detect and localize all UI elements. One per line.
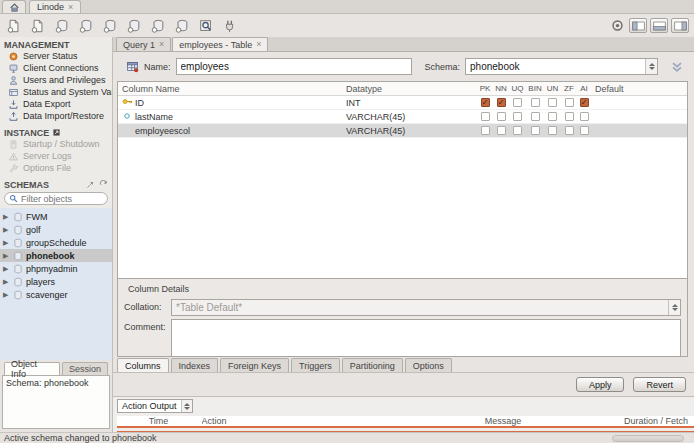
instance-items: Startup / ShutdownServer LogsOptions Fil… [0,138,112,174]
column-name: employeescol [135,126,190,136]
schema-tree-item-scavenger[interactable]: ▶scavenger [0,288,112,301]
sidebar-item-users-and-privileges[interactable]: Users and Privileges [0,74,112,86]
status-indicator-button[interactable] [608,17,626,34]
sidebar-item-server-status[interactable]: Server Status [0,50,112,62]
close-icon[interactable]: × [68,3,73,12]
comment-textarea[interactable] [171,319,681,357]
create-function-icon [175,19,189,33]
columns-grid-header: Column NameDatatypePKNNUQBINUNZFAIDefaul… [118,82,687,96]
sidebar-item-status-and-system-variables[interactable]: Status and System Variables [0,86,112,98]
collation-combo[interactable]: *Table Default* [171,299,681,316]
create-procedure-button[interactable] [149,17,167,34]
open-sql-script-button[interactable] [29,17,47,34]
flag-checkbox-uq[interactable] [513,98,522,107]
close-icon[interactable]: × [159,40,164,49]
schema-tree-item-groupschedule[interactable]: ▶groupSchedule [0,236,112,249]
flag-checkbox-bin[interactable] [531,126,540,135]
expander-icon[interactable]: ▶ [3,252,10,260]
columns-grid-empty-area[interactable] [118,138,687,278]
tab-foreign-keys[interactable]: Foreign Keys [220,358,289,372]
sidebar-item-data-import-restore[interactable]: Data Import/Restore [0,110,112,122]
spinner-icon [181,400,192,412]
output-selector-combo[interactable]: Action Output [117,399,193,413]
migration-wizard-button[interactable] [221,17,239,34]
flag-checkbox-un[interactable] [548,112,557,121]
flag-checkbox-un[interactable] [548,126,557,135]
flag-checkbox-pk[interactable] [481,112,490,121]
expander-icon[interactable]: ▶ [3,213,10,221]
flag-checkbox-un[interactable] [548,98,557,107]
column-row-id[interactable]: IDINT✓✓✓ [118,96,687,110]
tab-object-info[interactable]: Object Info [4,362,60,375]
create-view-button[interactable] [125,17,143,34]
table-name-input[interactable] [176,58,412,75]
grid-header-uq: UQ [509,84,526,93]
schema-tree-item-phonebook[interactable]: ▶phonebook [0,249,112,262]
tab-columns[interactable]: Columns [117,358,169,372]
sidebar-item-client-connections[interactable]: Client Connections [0,62,112,74]
collapse-header-chevrons-icon[interactable] [669,60,685,74]
schema-tree-item-phpmyadmin[interactable]: ▶phpmyadmin [0,262,112,275]
toggle-bottom-panel-button[interactable] [650,18,668,33]
new-query-tab-button[interactable] [5,17,23,34]
name-label: Name: [144,62,171,72]
toggle-right-panel-button[interactable] [671,18,689,33]
expander-icon[interactable]: ▶ [3,226,10,234]
flag-checkbox-pk[interactable]: ✓ [481,98,490,107]
flag-checkbox-uq[interactable] [513,126,522,135]
create-function-button[interactable] [173,17,191,34]
home-tab[interactable] [2,0,26,13]
connect-database-button[interactable] [77,17,95,34]
editor-tab-query-1[interactable]: Query 1× [116,37,171,51]
flag-checkbox-zf[interactable] [565,126,574,135]
toggle-left-panel-button[interactable] [629,18,647,33]
schema-filter-input[interactable] [21,194,101,204]
connection-tab-linode[interactable]: Linode × [29,0,81,13]
apply-button[interactable]: Apply [576,377,625,392]
spinner-icon[interactable] [645,59,657,74]
tab-session[interactable]: Session [62,362,108,375]
flag-checkbox-ai[interactable] [580,112,589,121]
flag-checkbox-bin[interactable] [531,98,540,107]
expander-icon[interactable]: ▶ [3,278,10,286]
startup-shutdown-icon [8,139,19,150]
schemas-refresh-icon[interactable] [99,180,108,189]
flag-checkbox-nn[interactable] [497,112,506,121]
flag-checkbox-nn[interactable] [497,126,506,135]
tab-partitioning[interactable]: Partitioning [342,358,403,372]
expander-icon[interactable]: ▶ [3,265,10,273]
flag-checkbox-uq[interactable] [513,112,522,121]
column-row-employeescol[interactable]: employeescolVARCHAR(45) [118,124,687,138]
instance-rescan-icon[interactable] [52,128,61,137]
create-table-button[interactable] [101,17,119,34]
flag-checkbox-pk[interactable] [481,126,490,135]
schema-tree-item-fwm[interactable]: ▶FWM [0,210,112,223]
expander-icon[interactable]: ▶ [3,239,10,247]
close-icon[interactable]: × [256,40,261,49]
schema-tree-item-golf[interactable]: ▶golf [0,223,112,236]
instance-header: INSTANCE [0,125,112,138]
tab-options[interactable]: Options [405,358,452,372]
schema-combo[interactable]: phonebook [465,58,658,75]
sidebar-item-data-export[interactable]: Data Export [0,98,112,110]
flag-checkbox-ai[interactable] [580,126,589,135]
create-schema-button[interactable] [53,17,71,34]
schema-icon [13,238,23,248]
schemas-expand-icon[interactable] [86,181,94,189]
flag-checkbox-bin[interactable] [531,112,540,121]
flag-checkbox-nn[interactable]: ✓ [497,98,506,107]
editor-tab-employees-table[interactable]: employees - Table× [172,37,268,51]
flag-checkbox-zf[interactable] [565,98,574,107]
search-table-data-button[interactable] [197,17,215,34]
flag-checkbox-zf[interactable] [565,112,574,121]
column-row-lastname[interactable]: lastNameVARCHAR(45) [118,110,687,124]
tab-indexes[interactable]: Indexes [171,358,219,372]
column-datatype: INT [346,98,477,108]
revert-button[interactable]: Revert [633,377,686,392]
schema-tree-item-players[interactable]: ▶players [0,275,112,288]
schema-filter[interactable] [4,192,108,205]
flag-checkbox-ai[interactable]: ✓ [580,98,589,107]
tab-triggers[interactable]: Triggers [291,358,340,372]
main-toolbar-right [608,17,689,34]
expander-icon[interactable]: ▶ [3,291,10,299]
